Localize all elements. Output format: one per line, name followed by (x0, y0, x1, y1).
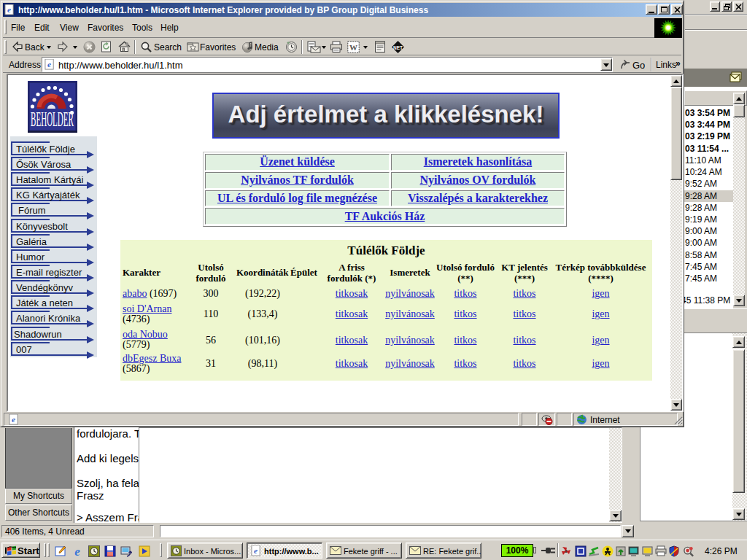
svg-text:BEHOLDER: BEHOLDER (31, 106, 74, 131)
svg-text:e: e (12, 415, 15, 424)
svg-text:W: W (349, 43, 357, 52)
svg-text:e: e (47, 60, 51, 69)
svg-text:NET: NET (393, 45, 403, 50)
svg-text:e: e (7, 5, 11, 14)
svg-text:e: e (254, 546, 258, 555)
svg-text:e: e (74, 545, 80, 557)
